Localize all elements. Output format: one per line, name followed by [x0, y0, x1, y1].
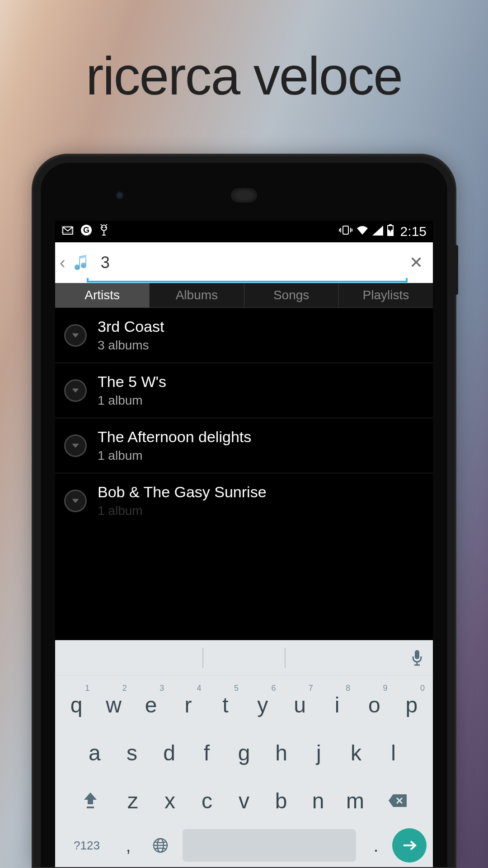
key-s[interactable]: s [113, 729, 151, 777]
list-item[interactable]: 3rd Coast 3 albums [55, 308, 433, 363]
keyboard-row-1: 1q2w3e4r5t6y7u8i9o0p [58, 681, 430, 729]
keyboard-suggestion-bar [55, 640, 433, 675]
key-r[interactable]: 4r [169, 681, 206, 729]
result-title: The 5 W's [98, 373, 424, 391]
key-t[interactable]: 5t [207, 681, 244, 729]
svg-point-5 [102, 226, 103, 228]
key-z[interactable]: z [114, 777, 151, 825]
shift-key[interactable] [66, 777, 114, 825]
svg-point-6 [105, 226, 106, 228]
backspace-key[interactable] [374, 777, 422, 825]
key-b[interactable]: b [263, 777, 300, 825]
keyboard-row-4: ?123 , . [58, 825, 430, 863]
back-icon[interactable]: ‹ [59, 253, 68, 273]
microphone-icon[interactable] [410, 649, 424, 666]
result-subtitle: 1 album [98, 393, 424, 408]
svg-text:G: G [83, 226, 89, 235]
svg-line-7 [101, 224, 102, 225]
space-key[interactable] [183, 829, 356, 862]
results-list: 3rd Coast 3 albums The 5 W's 1 album The… [55, 308, 433, 522]
key-h[interactable]: h [263, 729, 300, 777]
svg-rect-19 [415, 650, 419, 659]
list-item[interactable]: The Afternoon delights 1 album [55, 418, 433, 473]
tab-artists[interactable]: Artists [55, 283, 150, 307]
svg-rect-11 [343, 226, 348, 234]
headline-text: ricerca veloce [0, 45, 488, 107]
key-p[interactable]: 0p [393, 681, 430, 729]
tab-label: Albums [176, 288, 218, 302]
google-icon: G [80, 224, 92, 239]
phone-screen: G [55, 221, 433, 867]
status-bar: G [55, 221, 433, 242]
result-title: Bob & The Gasy Sunrise [98, 483, 424, 501]
search-bar: ‹ ✕ [55, 242, 433, 283]
key-g[interactable]: g [225, 729, 263, 777]
status-time: 2:15 [400, 224, 427, 239]
phone-camera [115, 191, 124, 200]
period-key[interactable]: . [362, 835, 389, 856]
clear-icon[interactable]: ✕ [405, 253, 427, 272]
tab-label: Playlists [363, 288, 409, 302]
key-e[interactable]: 3e [132, 681, 169, 729]
keyboard: 1q2w3e4r5t6y7u8i9o0p asdfghjkl zxcvbnm ?… [55, 640, 433, 867]
result-subtitle: 1 album [98, 504, 424, 518]
expand-icon[interactable] [64, 324, 87, 347]
keyboard-row-2: asdfghjkl [58, 729, 430, 777]
list-item[interactable]: Bob & The Gasy Sunrise 1 album [55, 473, 433, 522]
comma-key[interactable]: , [115, 835, 142, 856]
key-f[interactable]: f [188, 729, 225, 777]
svg-rect-22 [87, 807, 94, 808]
keyboard-row-3: zxcvbnm [58, 777, 430, 825]
svg-point-4 [101, 225, 107, 231]
tabs-bar: Artists Albums Songs Playlists [55, 283, 433, 308]
expand-icon[interactable] [64, 434, 87, 457]
svg-rect-17 [389, 224, 392, 226]
phone-frame: G [32, 154, 456, 868]
wifi-icon [356, 224, 369, 239]
phone-speaker [231, 188, 257, 203]
key-o[interactable]: 9o [356, 681, 393, 729]
key-i[interactable]: 8i [319, 681, 356, 729]
expand-icon[interactable] [64, 490, 87, 512]
tab-albums[interactable]: Albums [150, 283, 244, 307]
result-title: 3rd Coast [98, 318, 424, 335]
tab-songs[interactable]: Songs [244, 283, 339, 307]
tab-playlists[interactable]: Playlists [339, 283, 433, 307]
key-l[interactable]: l [375, 729, 412, 777]
list-item[interactable]: The 5 W's 1 album [55, 363, 433, 418]
music-note-icon [73, 254, 91, 272]
key-v[interactable]: v [225, 777, 263, 825]
key-u[interactable]: 7u [281, 681, 318, 729]
key-n[interactable]: n [300, 777, 337, 825]
globe-key[interactable] [145, 837, 176, 854]
search-input[interactable] [95, 253, 405, 272]
key-y[interactable]: 6y [244, 681, 281, 729]
key-k[interactable]: k [338, 729, 375, 777]
signal-icon [372, 224, 383, 239]
vibrate-icon [339, 224, 352, 239]
key-j[interactable]: j [300, 729, 338, 777]
mail-icon [61, 224, 74, 239]
tab-label: Songs [273, 288, 309, 302]
key-q[interactable]: 1q [58, 681, 95, 729]
key-m[interactable]: m [337, 777, 374, 825]
result-title: The Afternoon delights [98, 428, 424, 446]
result-subtitle: 1 album [98, 448, 424, 463]
result-subtitle: 3 albums [98, 338, 424, 353]
enter-key[interactable] [392, 828, 427, 863]
key-x[interactable]: x [151, 777, 188, 825]
key-w[interactable]: 2w [95, 681, 132, 729]
tab-label: Artists [84, 288, 120, 302]
power-button [455, 245, 458, 295]
svg-line-8 [106, 224, 107, 225]
symbols-key[interactable]: ?123 [61, 839, 112, 853]
expand-icon[interactable] [64, 379, 87, 402]
key-c[interactable]: c [188, 777, 225, 825]
search-underline [87, 281, 408, 283]
battery-icon [387, 224, 394, 239]
android-icon [99, 224, 109, 239]
key-d[interactable]: d [150, 729, 188, 777]
key-a[interactable]: a [76, 729, 113, 777]
